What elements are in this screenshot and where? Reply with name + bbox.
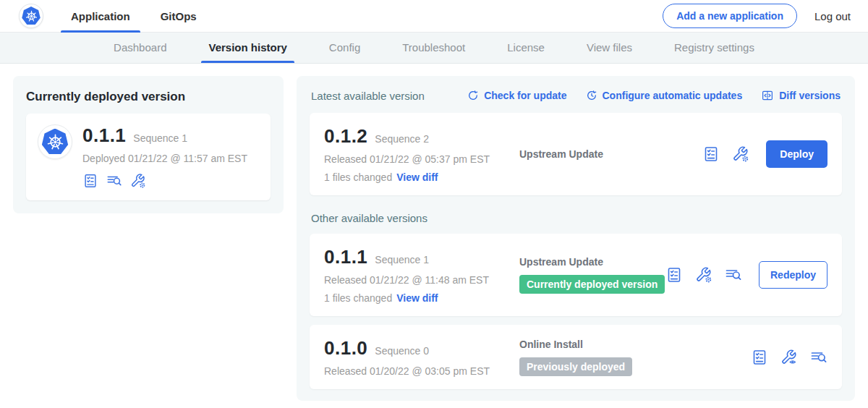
preflight-checklist-icon[interactable] xyxy=(702,145,720,163)
view-config-icon[interactable] xyxy=(780,349,798,366)
subnav-tab-config-label: Config xyxy=(329,41,360,54)
other-versions-title: Other available versions xyxy=(311,212,841,224)
preflight-checklist-icon[interactable] xyxy=(665,266,683,284)
subnav-tab-registry-settings-label: Registry settings xyxy=(674,41,754,54)
sequence-label: Sequence 1 xyxy=(375,254,429,265)
tab-gitops-label: GitOps xyxy=(161,10,197,22)
subnav-tab-config[interactable]: Config xyxy=(329,33,360,63)
version-info: 0.1.0 Sequence 0 Released 01/20/22 @ 03:… xyxy=(324,337,506,377)
main-content: Currently deployed version 0.1.1 Sequenc… xyxy=(0,64,868,408)
subnav-tab-version-history-label: Version history xyxy=(208,41,286,54)
previously-deployed-badge: Previously deployed xyxy=(519,357,632,376)
preflight-checklist-icon[interactable] xyxy=(82,173,98,189)
subnav-tab-view-files[interactable]: View files xyxy=(587,33,632,63)
view-logs-icon[interactable] xyxy=(810,349,827,366)
latest-version-title: Latest available version xyxy=(311,90,425,102)
version-actions xyxy=(751,349,827,366)
subnav-tab-dashboard-label: Dashboard xyxy=(114,41,166,54)
version-source: Online Install Previously deployed xyxy=(506,339,751,376)
files-changed-label: 1 files changed xyxy=(324,292,392,304)
edit-config-icon[interactable] xyxy=(732,145,749,163)
currently-deployed-badge: Currently deployed version xyxy=(519,275,665,294)
top-header: Application GitOps Add a new application… xyxy=(0,0,868,33)
add-application-button[interactable]: Add a new application xyxy=(663,4,797,28)
deployed-version-card: 0.1.1 Sequence 1 Deployed 01/21/22 @ 11:… xyxy=(26,114,271,200)
diff-versions-link[interactable]: Diff versions xyxy=(761,89,841,102)
subnav-tab-registry-settings[interactable]: Registry settings xyxy=(674,33,754,63)
subnav-tab-troubleshoot-label: Troubleshoot xyxy=(402,41,465,54)
refresh-icon xyxy=(467,90,479,101)
deployed-card-title: Currently deployed version xyxy=(26,90,271,104)
version-source: Upstream Update xyxy=(506,148,702,160)
tab-application-label: Application xyxy=(71,10,130,22)
panel-actions: Check for update Configure automatic upd… xyxy=(467,89,841,102)
edit-config-icon[interactable] xyxy=(130,173,146,189)
app-subnav: Dashboard Version history Config Trouble… xyxy=(0,33,868,64)
version-row-0-1-1: 0.1.1 Sequence 1 Released 01/21/22 @ 11:… xyxy=(310,234,842,316)
deployed-app-logo xyxy=(38,124,72,159)
kubernetes-logo-icon xyxy=(42,129,69,156)
redeploy-button[interactable]: Redeploy xyxy=(759,261,827,289)
view-logs-icon[interactable] xyxy=(106,173,122,189)
subnav-tab-license[interactable]: License xyxy=(507,33,545,63)
topbar-right: Add a new application Log out xyxy=(663,4,851,28)
tab-gitops[interactable]: GitOps xyxy=(156,0,201,33)
logout-button[interactable]: Log out xyxy=(814,10,851,22)
version-row-0-1-0: 0.1.0 Sequence 0 Released 01/20/22 @ 03:… xyxy=(310,325,842,389)
edit-config-icon[interactable] xyxy=(695,266,712,284)
diff-columns-icon xyxy=(761,89,774,102)
version-history-panel: Latest available version Check for updat… xyxy=(297,76,855,401)
deployed-sequence-label: Sequence 1 xyxy=(133,132,187,144)
version-source: Upstream Update Currently deployed versi… xyxy=(506,256,665,294)
version-number: 0.1.2 xyxy=(324,125,367,148)
subnav-tab-version-history[interactable]: Version history xyxy=(208,33,286,63)
subnav-tab-troubleshoot[interactable]: Troubleshoot xyxy=(402,33,465,63)
check-for-update-label: Check for update xyxy=(484,90,566,101)
app-logo xyxy=(19,4,43,28)
version-number: 0.1.1 xyxy=(324,246,367,268)
files-changed-label: 1 files changed xyxy=(324,171,392,183)
preflight-checklist-icon[interactable] xyxy=(751,349,768,366)
configure-automatic-updates-label: Configure automatic updates xyxy=(603,90,743,101)
deployed-version-info: 0.1.1 Sequence 1 Deployed 01/21/22 @ 11:… xyxy=(82,124,247,189)
diff-versions-label: Diff versions xyxy=(779,90,841,101)
source-label: Upstream Update xyxy=(519,256,665,268)
latest-version-header: Latest available version Check for updat… xyxy=(311,89,841,102)
sequence-label: Sequence 2 xyxy=(375,133,429,145)
source-label: Upstream Update xyxy=(519,148,702,160)
version-row-0-1-2: 0.1.2 Sequence 2 Released 01/21/22 @ 05:… xyxy=(310,113,842,195)
view-diff-link[interactable]: View diff xyxy=(396,171,438,183)
top-tabs: Application GitOps xyxy=(67,0,223,33)
version-info: 0.1.2 Sequence 2 Released 01/21/22 @ 05:… xyxy=(324,125,506,183)
currently-deployed-card: Currently deployed version 0.1.1 Sequenc… xyxy=(13,76,284,213)
sequence-label: Sequence 0 xyxy=(375,345,429,357)
check-for-update-link[interactable]: Check for update xyxy=(467,89,566,102)
configure-automatic-updates-link[interactable]: Configure automatic updates xyxy=(586,89,743,102)
version-actions: Redeploy xyxy=(665,261,827,289)
subnav-tab-view-files-label: View files xyxy=(587,41,632,54)
subnav-tab-license-label: License xyxy=(507,41,545,54)
source-label: Online Install xyxy=(519,339,751,350)
released-timestamp: Released 01/21/22 @ 05:37 pm EST xyxy=(324,153,506,165)
version-actions: Deploy xyxy=(702,140,827,168)
version-number: 0.1.0 xyxy=(324,337,367,360)
subnav-tab-dashboard[interactable]: Dashboard xyxy=(114,33,166,63)
view-diff-link[interactable]: View diff xyxy=(396,292,438,304)
deployed-version-number: 0.1.1 xyxy=(82,124,126,147)
kubernetes-logo-icon xyxy=(22,7,41,25)
released-timestamp: Released 01/20/22 @ 03:05 pm EST xyxy=(324,365,506,377)
tab-application[interactable]: Application xyxy=(67,0,135,33)
deploy-button[interactable]: Deploy xyxy=(766,140,827,168)
view-logs-icon[interactable] xyxy=(725,266,742,284)
version-info: 0.1.1 Sequence 1 Released 01/21/22 @ 11:… xyxy=(324,246,506,304)
auto-update-clock-icon xyxy=(586,90,597,101)
released-timestamp: Released 01/21/22 @ 11:48 am EST xyxy=(324,274,506,286)
deployed-timestamp: Deployed 01/21/22 @ 11:57 am EST xyxy=(82,153,247,164)
